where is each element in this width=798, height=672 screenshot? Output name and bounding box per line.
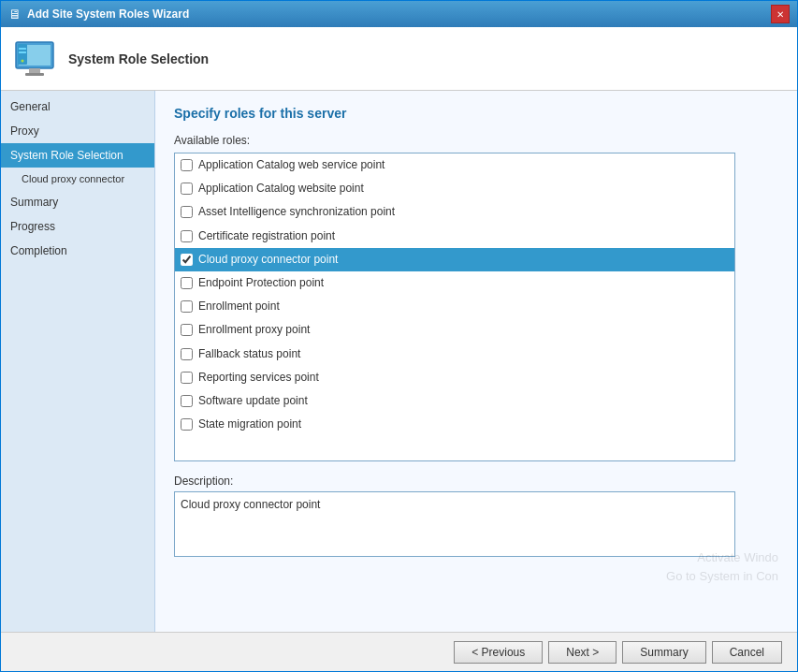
role-checkbox[interactable] [181, 159, 193, 171]
content-area: General Proxy System Role Selection Clou… [1, 91, 797, 632]
role-item[interactable]: Application Catalog website point [175, 177, 734, 200]
sidebar-item-cloud-proxy-connector[interactable]: Cloud proxy connector [1, 168, 154, 190]
role-label: Fallback status point [198, 345, 300, 363]
role-label: Enrollment point [198, 298, 280, 315]
role-checkbox[interactable] [181, 183, 193, 195]
role-checkbox[interactable] [181, 348, 193, 360]
svg-rect-3 [25, 73, 44, 76]
title-bar: 🖥 Add Site System Roles Wizard ✕ [1, 1, 797, 27]
close-button[interactable]: ✕ [771, 5, 790, 23]
sidebar-item-general[interactable]: General [1, 95, 154, 119]
role-label: Endpoint Protection point [198, 274, 324, 292]
sidebar-item-progress[interactable]: Progress [1, 214, 154, 239]
sidebar-item-system-role-selection[interactable]: System Role Selection [1, 143, 154, 168]
role-item[interactable]: Reporting services point [175, 366, 734, 389]
role-item[interactable]: State migration point [175, 413, 734, 436]
role-checkbox[interactable] [181, 324, 193, 336]
role-item[interactable]: Endpoint Protection point [175, 271, 734, 295]
description-label: Description: [174, 475, 778, 488]
role-label: Asset Intelligence synchronization point [198, 203, 395, 221]
role-item[interactable]: Fallback status point [175, 343, 734, 366]
role-checkbox[interactable] [181, 206, 193, 218]
svg-point-7 [22, 59, 24, 62]
role-item[interactable]: Certificate registration point [175, 225, 734, 248]
role-label: Certificate registration point [198, 227, 335, 245]
watermark-line2: Go to System in Con [666, 567, 778, 586]
sidebar-item-completion[interactable]: Completion [1, 239, 154, 263]
role-checkbox[interactable] [181, 277, 193, 289]
window-title: Add Site System Roles Wizard [27, 7, 189, 21]
summary-button[interactable]: Summary [622, 641, 705, 664]
role-checkbox[interactable] [181, 254, 193, 266]
sidebar: General Proxy System Role Selection Clou… [1, 91, 155, 632]
role-checkbox[interactable] [181, 372, 193, 384]
roles-listbox[interactable]: Application Catalog web service pointApp… [174, 153, 735, 461]
role-label: Reporting services point [198, 369, 319, 387]
role-item[interactable]: Enrollment proxy point [175, 318, 734, 342]
app-icon: 🖥 [8, 7, 22, 22]
page-title: Specify roles for this server [174, 106, 778, 121]
role-item[interactable]: Application Catalog web service point [175, 153, 734, 177]
role-item[interactable]: Software update point [175, 389, 734, 413]
role-label: State migration point [198, 416, 301, 433]
role-item[interactable]: Asset Intelligence synchronization point [175, 200, 734, 224]
role-label: Application Catalog web service point [198, 156, 384, 174]
role-label: Application Catalog website point [198, 180, 364, 197]
header-title: System Role Selection [68, 51, 209, 66]
header-bar: System Role Selection [1, 27, 797, 91]
sidebar-item-summary[interactable]: Summary [1, 190, 154, 214]
role-label: Cloud proxy connector point [198, 251, 338, 269]
available-roles-label: Available roles: [174, 134, 778, 147]
next-button[interactable]: Next > [548, 641, 617, 664]
previous-button[interactable]: < Previous [454, 641, 543, 664]
cancel-button[interactable]: Cancel [712, 641, 782, 664]
svg-rect-5 [19, 48, 26, 50]
footer: < Previous Next > Summary Cancel [1, 632, 797, 671]
header-icon [12, 37, 57, 81]
svg-rect-2 [29, 68, 40, 73]
role-label: Software update point [198, 392, 308, 410]
role-checkbox[interactable] [181, 418, 193, 431]
svg-rect-6 [19, 51, 26, 53]
role-item[interactable]: Cloud proxy connector point [175, 248, 734, 271]
main-content: Specify roles for this server Available … [155, 91, 797, 632]
role-checkbox[interactable] [181, 300, 193, 313]
description-section: Description: [174, 475, 778, 560]
role-label: Enrollment proxy point [198, 321, 310, 339]
description-textarea[interactable] [174, 491, 735, 557]
role-checkbox[interactable] [181, 395, 193, 407]
role-checkbox[interactable] [181, 230, 193, 242]
role-item[interactable]: Enrollment point [175, 295, 734, 318]
sidebar-item-proxy[interactable]: Proxy [1, 119, 154, 143]
